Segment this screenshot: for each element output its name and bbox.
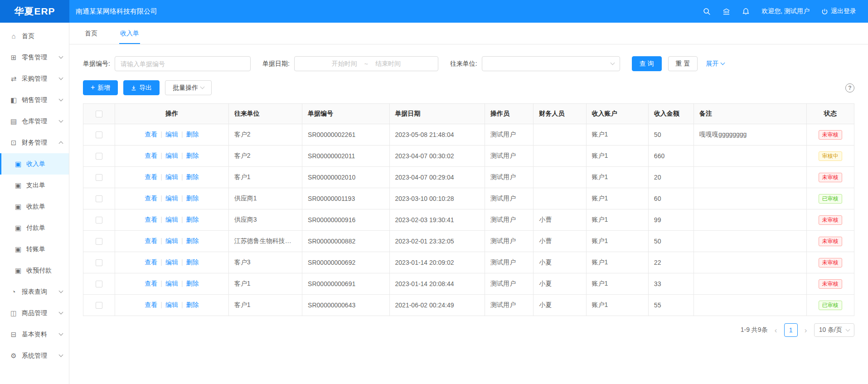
sidebar-item-report[interactable]: ◔报表查询 <box>0 281 69 302</box>
edit-link[interactable]: 编辑 <box>165 280 178 287</box>
add-button[interactable]: + 新增 <box>83 80 118 95</box>
filter-bar: 单据编号: 单据日期: 开始时间 ~ 结束时间 往来单位: <box>83 56 854 71</box>
cell-finance-staff <box>533 146 586 167</box>
sidebar-item-home[interactable]: ⌂首页 <box>0 25 69 47</box>
expand-filters-link[interactable]: 展开 <box>706 60 724 68</box>
row-checkbox[interactable] <box>96 174 102 181</box>
date-range-input[interactable]: 开始时间 ~ 结束时间 <box>294 56 438 71</box>
page-size-select[interactable]: 10 条/页 <box>814 323 854 337</box>
cell-operator: 测试用户 <box>485 295 533 316</box>
row-checkbox[interactable] <box>96 259 102 266</box>
row-checkbox[interactable] <box>96 131 102 138</box>
help-icon[interactable]: ? <box>845 83 854 92</box>
sidebar-item-income-doc[interactable]: ▣收入单 <box>0 153 69 175</box>
select-all-checkbox[interactable] <box>96 111 102 117</box>
sidebar-item-retail[interactable]: ⊞零售管理 <box>0 47 69 68</box>
edit-link[interactable]: 编辑 <box>165 131 178 138</box>
view-link[interactable]: 查看 <box>145 152 157 159</box>
cell-date: 2023-04-07 00:29:04 <box>389 167 485 188</box>
row-checkbox-cell <box>83 295 115 316</box>
edit-link[interactable]: 编辑 <box>165 194 178 202</box>
sidebar-item-product[interactable]: ◫商品管理 <box>0 302 69 324</box>
sidebar-item-basic[interactable]: ⊟基本资料 <box>0 324 69 345</box>
cell-unit: 客户2 <box>228 124 302 146</box>
row-actions-cell: 查看|编辑|删除 <box>115 146 229 167</box>
row-checkbox[interactable] <box>96 217 102 224</box>
action-separator: | <box>181 237 183 244</box>
view-link[interactable]: 查看 <box>145 237 157 244</box>
row-actions-cell: 查看|编辑|删除 <box>115 231 229 252</box>
delete-link[interactable]: 删除 <box>186 280 199 287</box>
cell-operator: 测试用户 <box>485 124 533 146</box>
delete-link[interactable]: 删除 <box>186 194 199 202</box>
pagination-total: 1-9 共9条 <box>741 326 768 334</box>
cell-date: 2023-03-10 00:10:28 <box>389 188 485 209</box>
sidebar-item-purchase[interactable]: ⇄采购管理 <box>0 68 69 89</box>
sales-icon: ◧ <box>10 96 17 104</box>
sidebar-item-label: 首页 <box>22 32 34 40</box>
sidebar-item-expense-doc[interactable]: ▣支出单 <box>0 175 69 196</box>
table-row: 查看|编辑|删除 客户2 SR00000002261 2023-05-08 21… <box>83 124 854 146</box>
cell-operator: 测试用户 <box>485 146 533 167</box>
sidebar-item-warehouse[interactable]: ▤仓库管理 <box>0 111 69 132</box>
bell-icon[interactable] <box>742 8 750 15</box>
cell-status: 审核中 <box>806 146 854 167</box>
cell-operator: 测试用户 <box>485 252 533 273</box>
delete-link[interactable]: 删除 <box>186 258 199 266</box>
delete-link[interactable]: 删除 <box>186 301 199 308</box>
action-toolbar: + 新增 导出 批量操作 ? <box>83 80 854 95</box>
cell-finance-staff: 小夏 <box>533 295 586 316</box>
edit-link[interactable]: 编辑 <box>165 216 178 223</box>
delete-link[interactable]: 删除 <box>186 152 199 159</box>
page-number-1[interactable]: 1 <box>784 323 798 337</box>
sidebar-item-sales[interactable]: ◧销售管理 <box>0 89 69 111</box>
edit-link[interactable]: 编辑 <box>165 152 178 159</box>
cell-status: 未审核 <box>806 252 854 273</box>
view-link[interactable]: 查看 <box>145 173 157 180</box>
export-button-label: 导出 <box>139 84 152 92</box>
export-button[interactable]: 导出 <box>123 80 160 95</box>
unit-select[interactable] <box>482 56 620 71</box>
view-link[interactable]: 查看 <box>145 194 157 202</box>
sidebar-item-receipt-doc[interactable]: ▣收款单 <box>0 196 69 217</box>
cell-status: 已审核 <box>806 295 854 316</box>
edit-link[interactable]: 编辑 <box>165 301 178 308</box>
view-link[interactable]: 查看 <box>145 280 157 287</box>
cell-unit: 供应商1 <box>228 188 302 209</box>
search-button[interactable]: 查 询 <box>632 56 662 71</box>
delete-link[interactable]: 删除 <box>186 237 199 244</box>
row-checkbox[interactable] <box>96 238 102 245</box>
reset-button[interactable]: 重 置 <box>668 56 698 71</box>
edit-link[interactable]: 编辑 <box>165 173 178 180</box>
cell-operator: 测试用户 <box>485 188 533 209</box>
sidebar-item-system[interactable]: ⚙系统管理 <box>0 345 69 366</box>
sidebar-item-payment-doc[interactable]: ▣付款单 <box>0 217 69 238</box>
view-link[interactable]: 查看 <box>145 216 157 223</box>
view-link[interactable]: 查看 <box>145 131 157 138</box>
filter-date-label: 单据日期: <box>262 60 290 68</box>
tab-income[interactable]: 收入单 <box>119 24 140 44</box>
row-checkbox[interactable] <box>96 281 102 287</box>
row-checkbox[interactable] <box>96 153 102 160</box>
tab-home[interactable]: 首页 <box>84 24 98 44</box>
row-checkbox[interactable] <box>96 195 102 202</box>
batch-actions-button[interactable]: 批量操作 <box>165 80 212 95</box>
prev-page-button[interactable]: ‹ <box>772 326 780 334</box>
delete-link[interactable]: 删除 <box>186 131 199 138</box>
next-page-button[interactable]: › <box>802 326 810 334</box>
header-unit: 往来单位 <box>228 104 302 124</box>
sidebar-item-finance[interactable]: ⊡财务管理 <box>0 132 69 153</box>
view-link[interactable]: 查看 <box>145 301 157 308</box>
delete-link[interactable]: 删除 <box>186 216 199 223</box>
edit-link[interactable]: 编辑 <box>165 258 178 266</box>
search-icon[interactable] <box>703 8 711 15</box>
row-checkbox[interactable] <box>96 302 102 309</box>
sidebar-item-advance-doc[interactable]: ▣收预付款 <box>0 260 69 281</box>
bank-icon[interactable] <box>723 8 730 15</box>
delete-link[interactable]: 删除 <box>186 173 199 180</box>
view-link[interactable]: 查看 <box>145 258 157 266</box>
logout-button[interactable]: 退出登录 <box>821 7 856 15</box>
sidebar-item-transfer-doc[interactable]: ▣转账单 <box>0 238 69 260</box>
document-number-input[interactable] <box>115 56 251 71</box>
edit-link[interactable]: 编辑 <box>165 237 178 244</box>
